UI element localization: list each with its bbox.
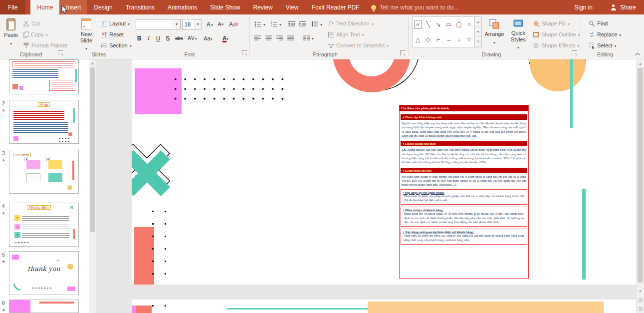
shape-diamond-icon[interactable]: ◇ <box>423 32 433 47</box>
clipboard-dialog-launcher[interactable] <box>58 50 63 55</box>
shape-rounded-rectangle-icon[interactable]: ▢ <box>454 17 464 32</box>
change-case-button[interactable]: Aa <box>202 33 215 43</box>
vertical-scrollbar[interactable]: ▲ ▼ <box>636 59 644 313</box>
increase-indent-button[interactable] <box>298 19 307 29</box>
shape-fill-button[interactable]: Shape Fill <box>532 18 571 28</box>
pink-square-shape[interactable] <box>132 306 136 313</box>
clear-formatting-button[interactable]: A <box>227 19 239 29</box>
half-donut-shape[interactable] <box>322 59 422 103</box>
reset-button[interactable]: Reset <box>100 29 125 39</box>
drawing-dialog-launcher[interactable] <box>572 50 577 55</box>
tab-transitions[interactable]: Transitions <box>119 0 161 14</box>
italic-button[interactable]: I <box>144 33 153 43</box>
increase-font-size-button[interactable]: A▲ <box>205 19 215 29</box>
strikethrough-button[interactable]: abc <box>173 33 186 43</box>
align-center-button[interactable] <box>264 33 273 43</box>
layout-button[interactable]: Layout <box>100 18 131 28</box>
slide-thumbnail-4[interactable]: Nhược điểm ✕ 1 2 3 <box>9 203 79 247</box>
paragraph-dialog-launcher[interactable] <box>400 50 405 55</box>
copy-button[interactable]: Copy <box>22 29 49 39</box>
shape-arrow-down-icon[interactable]: ↓ <box>454 32 464 47</box>
thumbnail-scroll-up-button[interactable]: ▲ <box>89 59 96 67</box>
cut-button[interactable]: Cut <box>22 18 41 28</box>
teal-line-shape[interactable] <box>570 59 573 128</box>
tab-review[interactable]: Review <box>246 0 279 14</box>
shape-effects-button[interactable]: Shape Effects <box>532 40 580 50</box>
shape-elbow-connector-icon[interactable]: ⌐ <box>433 32 443 47</box>
slide-thumbnail-6[interactable] <box>9 300 79 313</box>
shape-text-box-icon[interactable]: A <box>414 20 422 29</box>
slide-canvas[interactable]: Ưu điểm của phân phối đa kênh: Thêm tập … <box>132 59 636 285</box>
teal-horizontal-line-shape[interactable] <box>227 308 368 310</box>
orange-rectangle-shape[interactable] <box>368 302 604 313</box>
shape-triangle-icon[interactable]: △ <box>413 32 423 47</box>
quick-styles-button[interactable]: Quick Styles <box>507 16 530 51</box>
font-color-button[interactable]: A <box>218 33 232 43</box>
gallery-scroll-up-button[interactable]: ▲ <box>475 17 481 27</box>
combo-arrow-icon[interactable]: ▼ <box>194 19 202 29</box>
tab-foxit-reader-pdf[interactable]: Foxit Reader PDF <box>305 0 366 14</box>
scroll-up-button[interactable]: ▲ <box>637 59 644 67</box>
text-direction-button[interactable]: Text Direction <box>327 18 375 28</box>
slide-thumbnail-1[interactable] <box>9 59 79 94</box>
shape-star-icon[interactable]: ☆ <box>464 32 474 47</box>
character-spacing-button[interactable]: AV <box>187 33 199 43</box>
new-slide-button[interactable]: New Slide <box>75 16 98 51</box>
tab-view[interactable]: View <box>279 0 305 14</box>
bullets-button[interactable] <box>253 19 266 29</box>
shape-oval-icon[interactable]: ○ <box>464 17 474 32</box>
collapse-ribbon-icon[interactable] <box>635 52 641 56</box>
dot-grid-shape[interactable] <box>171 74 288 107</box>
teal-x-shape[interactable] <box>132 141 180 206</box>
shape-arrow-icon[interactable]: ↘ <box>433 17 443 32</box>
thumbnail-scrollbar[interactable]: ▲ <box>89 59 96 313</box>
scroll-down-button[interactable]: ▼ <box>637 287 644 295</box>
decrease-font-size-button[interactable]: A▼ <box>216 19 226 29</box>
shape-outline-button[interactable]: Shape Outline <box>532 29 581 39</box>
format-painter-button[interactable]: Format Painter <box>22 40 69 50</box>
paste-button[interactable]: Paste <box>1 16 20 51</box>
replace-button[interactable]: Replace <box>588 29 622 39</box>
shape-rectangle-icon[interactable]: ▭ <box>443 17 454 32</box>
orange-circle-shape[interactable] <box>530 59 586 91</box>
shape-line-icon[interactable]: ╲ <box>423 17 433 32</box>
align-right-button[interactable] <box>275 33 284 43</box>
font-name-combo[interactable]: ▼ <box>136 19 181 29</box>
slide-thumbnail-3[interactable]: Ưu điểm 1 2 <box>9 150 79 194</box>
arrange-button[interactable]: Arrange <box>483 16 506 51</box>
line-spacing-button[interactable] <box>310 19 323 29</box>
align-left-button[interactable] <box>253 33 262 43</box>
tab-slide-show[interactable]: Slide Show <box>204 0 246 14</box>
tell-me-box[interactable]: Tell me what you want to do... <box>371 0 458 14</box>
thumbnail-scrollbar-thumb[interactable] <box>90 67 95 232</box>
text-shadow-button[interactable]: S <box>163 33 172 43</box>
tab-home[interactable]: Home <box>30 0 59 14</box>
select-button[interactable]: Select <box>588 40 618 50</box>
columns-button[interactable] <box>302 33 315 43</box>
decrease-indent-button[interactable] <box>287 19 296 29</box>
justify-button[interactable] <box>286 33 295 43</box>
slide-thumbnail-5[interactable]: thank you ✦ <box>9 251 79 295</box>
tab-animations[interactable]: Animations <box>161 0 204 14</box>
underline-button[interactable]: U <box>154 33 163 43</box>
share-button[interactable]: Share <box>603 0 644 14</box>
gallery-more-button[interactable]: ⊽ <box>475 37 481 47</box>
section-button[interactable]: Section <box>100 40 133 50</box>
numbering-button[interactable] <box>269 19 282 29</box>
slide-thumbnail-2[interactable]: Ví dụ <box>9 100 79 144</box>
font-size-combo[interactable]: 18 ▼ <box>182 19 202 29</box>
sign-in-link[interactable]: Sign in <box>574 4 593 11</box>
content-textbox[interactable]: Ưu điểm của phân phối đa kênh: Thêm tập … <box>399 105 529 279</box>
find-button[interactable]: Find <box>588 18 609 28</box>
tab-file[interactable]: File <box>0 0 25 14</box>
shape-arrow-right-icon[interactable]: → <box>443 32 454 47</box>
scrollbar-thumb[interactable] <box>638 68 643 283</box>
convert-to-smartart-button[interactable]: Convert to SmartArt <box>327 40 390 50</box>
shapes-gallery[interactable]: A ╲ ↘ ▭ ▢ ○ △ ◇ ⌐ → ↓ ☆ <box>412 16 475 47</box>
next-slide-button[interactable] <box>637 305 644 313</box>
dot-grid-shape[interactable] <box>147 205 177 285</box>
previous-slide-button[interactable] <box>637 296 644 304</box>
teal-bar-shape[interactable] <box>582 189 586 280</box>
tab-design[interactable]: Design <box>87 0 119 14</box>
font-dialog-launcher[interactable] <box>242 50 247 55</box>
